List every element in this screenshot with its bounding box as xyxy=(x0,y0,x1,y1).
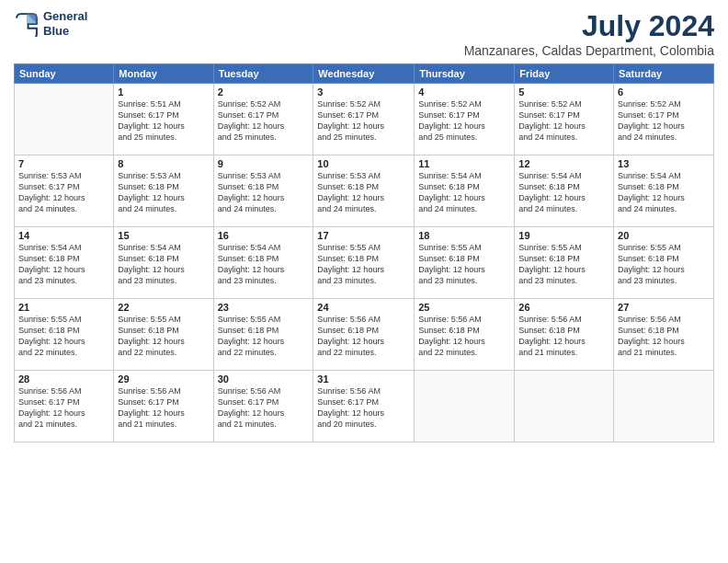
calendar-cell xyxy=(515,371,614,442)
calendar-week-2: 7Sunrise: 5:53 AMSunset: 6:17 PMDaylight… xyxy=(15,155,714,227)
calendar-week-3: 14Sunrise: 5:54 AMSunset: 6:18 PMDayligh… xyxy=(15,227,714,299)
day-info: Sunrise: 5:52 AMSunset: 6:17 PMDaylight:… xyxy=(218,98,310,144)
day-info: Sunrise: 5:54 AMSunset: 6:18 PMDaylight:… xyxy=(118,242,209,287)
day-info: Sunrise: 5:56 AMSunset: 6:17 PMDaylight:… xyxy=(18,385,109,431)
calendar-table: SundayMondayTuesdayWednesdayThursdayFrid… xyxy=(14,63,714,442)
calendar-week-5: 28Sunrise: 5:56 AMSunset: 6:17 PMDayligh… xyxy=(15,371,714,442)
logo: General Blue xyxy=(14,9,87,38)
calendar-header-friday: Friday xyxy=(515,64,614,84)
subtitle: Manzanares, Caldas Department, Colombia xyxy=(464,43,714,58)
day-info: Sunrise: 5:55 AMSunset: 6:18 PMDaylight:… xyxy=(418,242,510,287)
main-title: July 2024 xyxy=(464,9,714,43)
day-number: 12 xyxy=(518,158,609,169)
calendar-cell: 25Sunrise: 5:56 AMSunset: 6:18 PMDayligh… xyxy=(415,299,515,371)
calendar-header-tuesday: Tuesday xyxy=(213,64,313,84)
day-info: Sunrise: 5:52 AMSunset: 6:17 PMDaylight:… xyxy=(418,98,510,144)
calendar-week-4: 21Sunrise: 5:55 AMSunset: 6:18 PMDayligh… xyxy=(15,299,714,371)
calendar-cell: 18Sunrise: 5:55 AMSunset: 6:18 PMDayligh… xyxy=(415,227,515,299)
day-info: Sunrise: 5:56 AMSunset: 6:17 PMDaylight:… xyxy=(118,385,209,431)
day-info: Sunrise: 5:53 AMSunset: 6:18 PMDaylight:… xyxy=(218,170,310,215)
day-number: 25 xyxy=(418,302,510,313)
day-number: 27 xyxy=(618,302,710,313)
calendar-cell: 10Sunrise: 5:53 AMSunset: 6:18 PMDayligh… xyxy=(313,155,415,227)
day-number: 23 xyxy=(218,302,310,313)
day-number: 10 xyxy=(317,158,410,169)
calendar-cell: 12Sunrise: 5:54 AMSunset: 6:18 PMDayligh… xyxy=(515,155,614,227)
calendar-cell: 15Sunrise: 5:54 AMSunset: 6:18 PMDayligh… xyxy=(114,227,213,299)
calendar-cell: 16Sunrise: 5:54 AMSunset: 6:18 PMDayligh… xyxy=(213,227,313,299)
day-number: 14 xyxy=(18,230,109,241)
day-info: Sunrise: 5:55 AMSunset: 6:18 PMDaylight:… xyxy=(618,242,710,287)
calendar-cell xyxy=(415,371,515,442)
day-info: Sunrise: 5:56 AMSunset: 6:18 PMDaylight:… xyxy=(317,314,410,359)
day-number: 5 xyxy=(518,86,609,98)
calendar-cell: 19Sunrise: 5:55 AMSunset: 6:18 PMDayligh… xyxy=(515,227,614,299)
day-info: Sunrise: 5:54 AMSunset: 6:18 PMDaylight:… xyxy=(618,170,710,215)
title-block: July 2024 Manzanares, Caldas Department,… xyxy=(464,9,714,58)
day-info: Sunrise: 5:56 AMSunset: 6:17 PMDaylight:… xyxy=(317,385,410,431)
calendar-cell: 1Sunrise: 5:51 AMSunset: 6:17 PMDaylight… xyxy=(114,84,213,155)
day-info: Sunrise: 5:52 AMSunset: 6:17 PMDaylight:… xyxy=(317,98,410,144)
day-info: Sunrise: 5:53 AMSunset: 6:18 PMDaylight:… xyxy=(317,170,410,215)
day-number: 24 xyxy=(317,302,410,313)
calendar-cell xyxy=(614,371,714,442)
day-number: 13 xyxy=(618,158,710,169)
day-number: 29 xyxy=(118,373,209,385)
calendar-header-sunday: Sunday xyxy=(15,64,114,84)
calendar-cell: 31Sunrise: 5:56 AMSunset: 6:17 PMDayligh… xyxy=(313,371,415,442)
calendar-header-row: SundayMondayTuesdayWednesdayThursdayFrid… xyxy=(15,64,714,84)
calendar-cell: 13Sunrise: 5:54 AMSunset: 6:18 PMDayligh… xyxy=(614,155,714,227)
day-number: 31 xyxy=(317,373,410,385)
calendar-cell: 3Sunrise: 5:52 AMSunset: 6:17 PMDaylight… xyxy=(313,84,415,155)
day-number: 2 xyxy=(218,86,310,98)
calendar-cell: 24Sunrise: 5:56 AMSunset: 6:18 PMDayligh… xyxy=(313,299,415,371)
day-number: 8 xyxy=(118,158,209,169)
calendar-cell: 22Sunrise: 5:55 AMSunset: 6:18 PMDayligh… xyxy=(114,299,213,371)
day-number: 26 xyxy=(518,302,609,313)
day-number: 17 xyxy=(317,230,410,241)
day-info: Sunrise: 5:54 AMSunset: 6:18 PMDaylight:… xyxy=(418,170,510,215)
calendar-cell: 27Sunrise: 5:56 AMSunset: 6:18 PMDayligh… xyxy=(614,299,714,371)
calendar-cell: 26Sunrise: 5:56 AMSunset: 6:18 PMDayligh… xyxy=(515,299,614,371)
calendar-cell: 9Sunrise: 5:53 AMSunset: 6:18 PMDaylight… xyxy=(213,155,313,227)
calendar-cell xyxy=(15,84,114,155)
calendar-cell: 14Sunrise: 5:54 AMSunset: 6:18 PMDayligh… xyxy=(15,227,114,299)
calendar-cell: 7Sunrise: 5:53 AMSunset: 6:17 PMDaylight… xyxy=(15,155,114,227)
day-number: 11 xyxy=(418,158,510,169)
calendar-cell: 17Sunrise: 5:55 AMSunset: 6:18 PMDayligh… xyxy=(313,227,415,299)
day-number: 1 xyxy=(118,86,209,98)
calendar-week-1: 1Sunrise: 5:51 AMSunset: 6:17 PMDaylight… xyxy=(15,84,714,155)
day-number: 15 xyxy=(118,230,209,241)
day-info: Sunrise: 5:55 AMSunset: 6:18 PMDaylight:… xyxy=(18,314,109,359)
day-info: Sunrise: 5:52 AMSunset: 6:17 PMDaylight:… xyxy=(618,98,710,144)
day-number: 16 xyxy=(218,230,310,241)
day-number: 9 xyxy=(218,158,310,169)
page: General Blue July 2024 Manzanares, Calda… xyxy=(0,0,728,563)
day-number: 18 xyxy=(418,230,510,241)
calendar-header-wednesday: Wednesday xyxy=(313,64,415,84)
day-number: 21 xyxy=(18,302,109,313)
day-number: 28 xyxy=(18,373,109,385)
day-info: Sunrise: 5:56 AMSunset: 6:18 PMDaylight:… xyxy=(418,314,510,359)
calendar-cell: 21Sunrise: 5:55 AMSunset: 6:18 PMDayligh… xyxy=(15,299,114,371)
calendar-cell: 20Sunrise: 5:55 AMSunset: 6:18 PMDayligh… xyxy=(614,227,714,299)
logo-line2: Blue xyxy=(43,24,87,39)
day-info: Sunrise: 5:55 AMSunset: 6:18 PMDaylight:… xyxy=(317,242,410,287)
calendar-cell: 23Sunrise: 5:55 AMSunset: 6:18 PMDayligh… xyxy=(213,299,313,371)
day-info: Sunrise: 5:54 AMSunset: 6:18 PMDaylight:… xyxy=(518,170,609,215)
calendar-header-thursday: Thursday xyxy=(415,64,515,84)
day-number: 20 xyxy=(618,230,710,241)
calendar-header-saturday: Saturday xyxy=(614,64,714,84)
day-info: Sunrise: 5:55 AMSunset: 6:18 PMDaylight:… xyxy=(518,242,609,287)
calendar-cell: 28Sunrise: 5:56 AMSunset: 6:17 PMDayligh… xyxy=(15,371,114,442)
day-info: Sunrise: 5:52 AMSunset: 6:17 PMDaylight:… xyxy=(518,98,609,144)
day-info: Sunrise: 5:56 AMSunset: 6:18 PMDaylight:… xyxy=(518,314,609,359)
day-number: 19 xyxy=(518,230,609,241)
day-number: 3 xyxy=(317,86,410,98)
day-info: Sunrise: 5:54 AMSunset: 6:18 PMDaylight:… xyxy=(218,242,310,287)
day-info: Sunrise: 5:56 AMSunset: 6:18 PMDaylight:… xyxy=(618,314,710,359)
calendar-cell: 2Sunrise: 5:52 AMSunset: 6:17 PMDaylight… xyxy=(213,84,313,155)
logo-line1: General xyxy=(43,9,87,24)
day-number: 7 xyxy=(18,158,109,169)
calendar-cell: 5Sunrise: 5:52 AMSunset: 6:17 PMDaylight… xyxy=(515,84,614,155)
